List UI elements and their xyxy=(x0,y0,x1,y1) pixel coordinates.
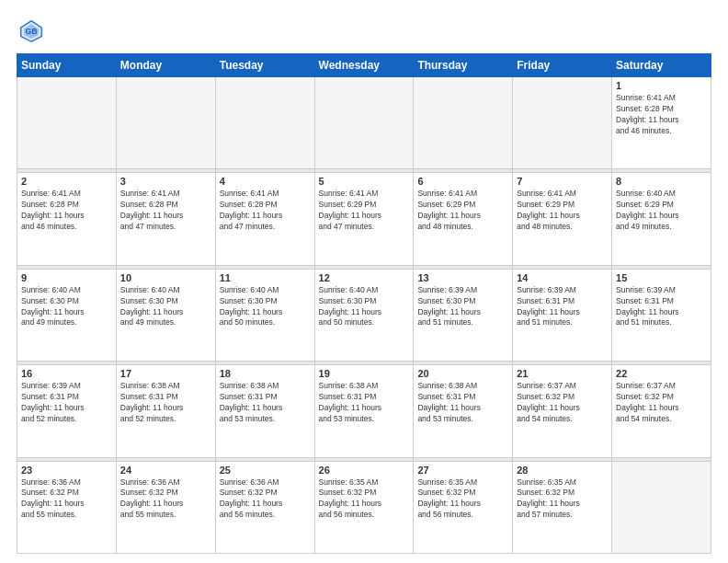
day-info: Sunrise: 6:41 AM Sunset: 6:28 PM Dayligh… xyxy=(21,189,112,233)
day-info: Sunrise: 6:39 AM Sunset: 6:31 PM Dayligh… xyxy=(21,381,112,425)
day-number: 12 xyxy=(319,272,410,283)
calendar-day: 24Sunrise: 6:36 AM Sunset: 6:32 PM Dayli… xyxy=(116,461,215,553)
calendar-day: 12Sunrise: 6:40 AM Sunset: 6:30 PM Dayli… xyxy=(314,269,414,361)
day-number: 10 xyxy=(120,272,211,283)
calendar-day: 22Sunrise: 6:37 AM Sunset: 6:32 PM Dayli… xyxy=(612,365,711,457)
calendar-header-sunday: Sunday xyxy=(17,54,117,77)
day-number: 28 xyxy=(517,465,608,476)
calendar-table: SundayMondayTuesdayWednesdayThursdayFrid… xyxy=(17,53,711,554)
calendar-day: 9Sunrise: 6:40 AM Sunset: 6:30 PM Daylig… xyxy=(17,269,117,361)
day-number: 13 xyxy=(417,272,508,283)
day-info: Sunrise: 6:41 AM Sunset: 6:29 PM Dayligh… xyxy=(517,189,608,233)
day-number: 9 xyxy=(21,272,112,283)
day-number: 2 xyxy=(21,176,112,187)
day-info: Sunrise: 6:36 AM Sunset: 6:32 PM Dayligh… xyxy=(120,477,211,522)
day-info: Sunrise: 6:41 AM Sunset: 6:28 PM Dayligh… xyxy=(220,189,311,233)
day-number: 19 xyxy=(319,368,410,379)
day-number: 17 xyxy=(120,368,211,379)
day-number: 7 xyxy=(517,176,608,187)
day-info: Sunrise: 6:41 AM Sunset: 6:28 PM Dayligh… xyxy=(616,93,707,137)
day-number: 15 xyxy=(616,272,707,283)
day-number: 14 xyxy=(517,272,608,283)
day-info: Sunrise: 6:40 AM Sunset: 6:29 PM Dayligh… xyxy=(616,189,707,233)
day-info: Sunrise: 6:41 AM Sunset: 6:28 PM Dayligh… xyxy=(120,189,211,233)
calendar-header-friday: Friday xyxy=(513,54,612,77)
logo-icon: GB xyxy=(17,17,46,46)
day-number: 11 xyxy=(220,272,311,283)
day-number: 3 xyxy=(120,176,211,187)
day-info: Sunrise: 6:37 AM Sunset: 6:32 PM Dayligh… xyxy=(517,381,608,425)
calendar-day: 25Sunrise: 6:36 AM Sunset: 6:32 PM Dayli… xyxy=(215,461,314,553)
calendar-day: 28Sunrise: 6:35 AM Sunset: 6:32 PM Dayli… xyxy=(513,461,612,553)
calendar-day: 5Sunrise: 6:41 AM Sunset: 6:29 PM Daylig… xyxy=(314,173,414,265)
calendar-day: 3Sunrise: 6:41 AM Sunset: 6:28 PM Daylig… xyxy=(116,173,215,265)
calendar-day: 17Sunrise: 6:38 AM Sunset: 6:31 PM Dayli… xyxy=(116,365,215,457)
calendar-day: 15Sunrise: 6:39 AM Sunset: 6:31 PM Dayli… xyxy=(612,269,711,361)
day-number: 23 xyxy=(21,465,112,476)
day-info: Sunrise: 6:41 AM Sunset: 6:29 PM Dayligh… xyxy=(417,189,508,233)
calendar-day: 2Sunrise: 6:41 AM Sunset: 6:28 PM Daylig… xyxy=(17,173,117,265)
calendar-week-2: 2Sunrise: 6:41 AM Sunset: 6:28 PM Daylig… xyxy=(17,173,711,265)
day-number: 26 xyxy=(319,465,410,476)
day-info: Sunrise: 6:37 AM Sunset: 6:32 PM Dayligh… xyxy=(616,381,707,425)
calendar-day: 8Sunrise: 6:40 AM Sunset: 6:29 PM Daylig… xyxy=(612,173,711,265)
day-info: Sunrise: 6:40 AM Sunset: 6:30 PM Dayligh… xyxy=(319,285,410,329)
day-number: 24 xyxy=(120,465,211,476)
calendar-day: 10Sunrise: 6:40 AM Sunset: 6:30 PM Dayli… xyxy=(116,269,215,361)
day-number: 8 xyxy=(616,176,707,187)
day-info: Sunrise: 6:41 AM Sunset: 6:29 PM Dayligh… xyxy=(319,189,410,233)
day-number: 21 xyxy=(517,368,608,379)
calendar-week-4: 16Sunrise: 6:39 AM Sunset: 6:31 PM Dayli… xyxy=(17,365,711,457)
calendar-day: 1Sunrise: 6:41 AM Sunset: 6:28 PM Daylig… xyxy=(612,77,711,169)
day-number: 1 xyxy=(616,80,707,91)
calendar-day: 18Sunrise: 6:38 AM Sunset: 6:31 PM Dayli… xyxy=(215,365,314,457)
day-info: Sunrise: 6:40 AM Sunset: 6:30 PM Dayligh… xyxy=(120,285,211,329)
header: GB xyxy=(17,17,711,46)
day-info: Sunrise: 6:38 AM Sunset: 6:31 PM Dayligh… xyxy=(417,381,508,425)
day-number: 6 xyxy=(417,176,508,187)
day-info: Sunrise: 6:36 AM Sunset: 6:32 PM Dayligh… xyxy=(21,477,112,522)
calendar-day: 14Sunrise: 6:39 AM Sunset: 6:31 PM Dayli… xyxy=(513,269,612,361)
calendar-day: 23Sunrise: 6:36 AM Sunset: 6:32 PM Dayli… xyxy=(17,461,117,553)
day-info: Sunrise: 6:35 AM Sunset: 6:32 PM Dayligh… xyxy=(319,477,410,522)
day-number: 27 xyxy=(417,465,508,476)
calendar-day xyxy=(215,77,314,169)
calendar-day: 11Sunrise: 6:40 AM Sunset: 6:30 PM Dayli… xyxy=(215,269,314,361)
day-info: Sunrise: 6:38 AM Sunset: 6:31 PM Dayligh… xyxy=(319,381,410,425)
calendar-day: 13Sunrise: 6:39 AM Sunset: 6:30 PM Dayli… xyxy=(414,269,513,361)
day-number: 4 xyxy=(220,176,311,187)
calendar-day xyxy=(314,77,414,169)
day-info: Sunrise: 6:40 AM Sunset: 6:30 PM Dayligh… xyxy=(220,285,311,329)
calendar-day: 21Sunrise: 6:37 AM Sunset: 6:32 PM Dayli… xyxy=(513,365,612,457)
day-info: Sunrise: 6:35 AM Sunset: 6:32 PM Dayligh… xyxy=(517,477,608,522)
day-number: 22 xyxy=(616,368,707,379)
day-info: Sunrise: 6:35 AM Sunset: 6:32 PM Dayligh… xyxy=(417,477,508,522)
calendar-day: 20Sunrise: 6:38 AM Sunset: 6:31 PM Dayli… xyxy=(414,365,513,457)
calendar-day xyxy=(612,461,711,553)
logo: GB xyxy=(17,17,50,46)
calendar-day: 6Sunrise: 6:41 AM Sunset: 6:29 PM Daylig… xyxy=(414,173,513,265)
calendar-week-3: 9Sunrise: 6:40 AM Sunset: 6:30 PM Daylig… xyxy=(17,269,711,361)
day-info: Sunrise: 6:36 AM Sunset: 6:32 PM Dayligh… xyxy=(220,477,311,522)
calendar-day: 26Sunrise: 6:35 AM Sunset: 6:32 PM Dayli… xyxy=(314,461,414,553)
calendar-header-row: SundayMondayTuesdayWednesdayThursdayFrid… xyxy=(17,54,711,77)
calendar-header-saturday: Saturday xyxy=(612,54,711,77)
calendar-day xyxy=(116,77,215,169)
calendar-day: 7Sunrise: 6:41 AM Sunset: 6:29 PM Daylig… xyxy=(513,173,612,265)
day-number: 5 xyxy=(319,176,410,187)
svg-text:GB: GB xyxy=(25,27,37,36)
day-info: Sunrise: 6:39 AM Sunset: 6:31 PM Dayligh… xyxy=(517,285,608,329)
day-number: 20 xyxy=(417,368,508,379)
calendar-day xyxy=(513,77,612,169)
calendar-header-tuesday: Tuesday xyxy=(215,54,314,77)
calendar-day: 19Sunrise: 6:38 AM Sunset: 6:31 PM Dayli… xyxy=(314,365,414,457)
calendar-header-monday: Monday xyxy=(116,54,215,77)
day-number: 18 xyxy=(220,368,311,379)
calendar-day: 27Sunrise: 6:35 AM Sunset: 6:32 PM Dayli… xyxy=(414,461,513,553)
page: GB SundayMondayTuesdayWednesdayThursdayF… xyxy=(0,0,728,563)
calendar-header-wednesday: Wednesday xyxy=(314,54,414,77)
day-info: Sunrise: 6:38 AM Sunset: 6:31 PM Dayligh… xyxy=(120,381,211,425)
day-info: Sunrise: 6:39 AM Sunset: 6:30 PM Dayligh… xyxy=(417,285,508,329)
calendar-day: 4Sunrise: 6:41 AM Sunset: 6:28 PM Daylig… xyxy=(215,173,314,265)
calendar-day: 16Sunrise: 6:39 AM Sunset: 6:31 PM Dayli… xyxy=(17,365,117,457)
